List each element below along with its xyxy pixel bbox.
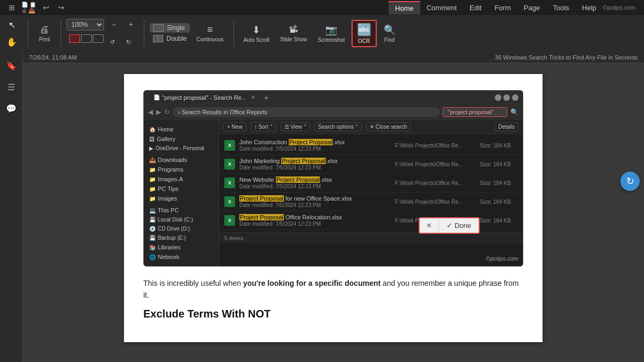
rect-shape-2[interactable] <box>81 34 92 43</box>
details-btn[interactable]: Details <box>494 122 518 131</box>
file-item-2[interactable]: X John Marketing Project Proposal.xlsx D… <box>219 155 523 174</box>
slide-show-btn[interactable]: 📽 Slide Show <box>276 22 311 45</box>
menu-page[interactable]: Page <box>517 2 546 14</box>
separator-3 <box>144 20 144 47</box>
search-icon-nav[interactable]: 🔍 <box>510 108 518 116</box>
search-box[interactable]: "project proposal" <box>443 107 507 117</box>
body-text-1: This is incredibly useful when <box>143 279 243 287</box>
auto-scroll-btn[interactable]: ⬇ Auto Scroll <box>239 22 274 45</box>
view-btn[interactable]: ☰ View ˅ <box>281 122 310 131</box>
tree-local-c[interactable]: 💾 Local Disk (C:) <box>144 215 218 224</box>
tree-thispc[interactable]: 💻 This PC <box>144 205 218 215</box>
menu-edit[interactable]: Edit <box>463 2 488 14</box>
file-item-1[interactable]: X John Construction Project Proposal.xls… <box>219 136 523 155</box>
new-tab-btn[interactable]: + <box>264 93 268 102</box>
hand-tool[interactable]: ✋ <box>4 34 19 49</box>
search-options-btn[interactable]: Search options ˅ <box>314 122 362 131</box>
menu-tabs: ⊞ 📄 📋 🖨 📤 ↩ ↪ <box>4 0 69 15</box>
address-bar[interactable]: › Search Results in Office Reports <box>173 107 440 117</box>
network-icon: 🌐 <box>149 254 156 260</box>
rect-shape-3[interactable] <box>93 34 104 43</box>
file-date-4: Date modified: 7/5/2024 12:23 PM <box>239 202 391 208</box>
new-btn[interactable]: + New <box>223 122 246 131</box>
tree-gallery[interactable]: 🖼 Gallery <box>144 134 218 144</box>
file-item-4[interactable]: X Project Proposal for new Office Space.… <box>219 193 523 211</box>
find-btn[interactable]: 🔍 Find <box>379 22 400 45</box>
file-info-1: John Construction Project Proposal.xlsx … <box>239 139 391 152</box>
zoom-select[interactable]: 100% 75% 125% 150% <box>67 19 104 31</box>
file-name-3: New Website Project Proposal.xlsx <box>239 176 391 183</box>
refresh-btn[interactable]: ↻ <box>164 108 170 116</box>
shape-row: ↺ ↻ <box>69 34 136 49</box>
thispc-tree-icon: 💻 <box>149 208 156 213</box>
sort-btn[interactable]: ↕ Sort ˅ <box>251 122 276 131</box>
tree-cd-d[interactable]: 💿 CD Drive (D:) <box>144 224 218 233</box>
pctips-watermark: ©pctips.com <box>486 255 518 262</box>
menu-home[interactable]: Home <box>389 1 420 14</box>
menu-help[interactable]: Help <box>576 2 603 14</box>
maximize-btn[interactable] <box>503 94 510 101</box>
rect-shape-active[interactable] <box>69 34 80 43</box>
tree-images[interactable]: 📁 Images <box>144 194 218 203</box>
images-a-tree-icon: 📁 <box>149 176 156 182</box>
checkmark-icon: ✓ <box>447 221 452 230</box>
screenshot-btn[interactable]: 📷 Screenshot <box>313 22 349 45</box>
tree-home[interactable]: 🏠 Home <box>144 124 218 134</box>
tree-backup-e[interactable]: 💾 Backup (E:) <box>144 233 218 242</box>
continuous-btn[interactable]: ≡ Continuous <box>192 22 228 45</box>
xlsx-icon-4: X <box>224 196 235 207</box>
menu-comment[interactable]: Comment <box>420 2 463 14</box>
double-mode-btn[interactable]: Double <box>150 34 190 43</box>
tree-images-a[interactable]: 📁 Images-A <box>144 174 218 184</box>
file-name-4: Project Proposal for new Office Space.xl… <box>239 195 391 202</box>
tree-libraries[interactable]: 📚 Libraries <box>144 242 218 252</box>
undo-icon[interactable]: ↩ <box>39 0 54 15</box>
tree-local-c-label: Local Disk (C:) <box>158 217 193 223</box>
tree-onedrive[interactable]: ▶ OneDrive - Personal <box>144 144 218 153</box>
menu-tools[interactable]: Tools <box>546 2 575 14</box>
redo-icon[interactable]: ↪ <box>54 0 69 15</box>
menu-form[interactable]: Form <box>488 2 517 14</box>
close-search-btn[interactable]: ✕ Close search <box>366 122 411 131</box>
file-toolbar: + New ↕ Sort ˅ ☰ View ˅ Search options ˅… <box>219 120 523 134</box>
body-bold: you're looking for a specific document <box>243 279 380 287</box>
zoom-in-icon[interactable]: + <box>123 17 138 32</box>
file-highlight-5: Project Proposal <box>239 214 284 220</box>
close-btn[interactable] <box>512 94 518 101</box>
cancel-button[interactable]: ✕ <box>420 218 439 233</box>
done-button[interactable]: ✓ Done <box>439 218 479 233</box>
file-item-3[interactable]: X New Website Project Proposal.xlsx Date… <box>219 174 523 193</box>
close-tab-icon[interactable]: ✕ <box>251 94 255 101</box>
datetime: 7/26/24, 11:08 AM <box>29 54 77 61</box>
minimize-btn[interactable] <box>495 94 501 101</box>
doc-title: 36 Windows Search Tricks to Find Any Fil… <box>495 54 638 61</box>
select-tool[interactable]: ↖ <box>4 17 19 32</box>
cursor-icon: ⊞ <box>4 0 19 15</box>
find-icon: 🔍 <box>384 24 396 36</box>
tree-network[interactable]: 🌐 Network <box>144 252 218 262</box>
forward-btn[interactable]: ▶ <box>156 108 161 116</box>
done-label: Done <box>455 221 471 230</box>
ocr-btn[interactable]: 🔤 OCR <box>352 20 377 47</box>
back-btn[interactable]: ◀ <box>148 108 153 116</box>
auto-scroll-icon: ⬇ <box>252 24 260 36</box>
tree-programs[interactable]: 📁 Programs <box>144 165 218 174</box>
rotate-right-icon[interactable]: ↻ <box>121 34 136 49</box>
file-name-2: John Marketing Project Proposal.xlsx <box>239 158 391 164</box>
file-list: + New ↕ Sort ˅ ☰ View ˅ Search options ˅… <box>219 120 523 266</box>
xlsx-icon-5: X <box>224 215 235 226</box>
browser-tab[interactable]: 📄 "project proposal" - Search Re... ✕ <box>148 93 261 102</box>
tree-downloads[interactable]: 📥 Downloads <box>144 155 218 165</box>
layers-icon[interactable]: ☰ <box>3 78 20 95</box>
print-icon: 🖨 <box>40 24 49 35</box>
tree-pctips[interactable]: 📁 PC Tips <box>144 184 218 194</box>
print-button[interactable]: 🖨 Print <box>34 22 55 45</box>
file-size-1: Size: 184 KB <box>480 143 517 149</box>
floating-action-btn[interactable]: ↻ <box>620 172 640 191</box>
rotate-left-icon[interactable]: ↺ <box>105 34 120 49</box>
xlsx-icon-2: X <box>224 159 235 169</box>
bookmark-icon[interactable]: 🔖 <box>3 57 20 74</box>
single-mode-btn[interactable]: Single <box>150 23 190 33</box>
comment-icon[interactable]: 💬 <box>3 100 20 117</box>
zoom-out-icon[interactable]: − <box>106 17 121 32</box>
